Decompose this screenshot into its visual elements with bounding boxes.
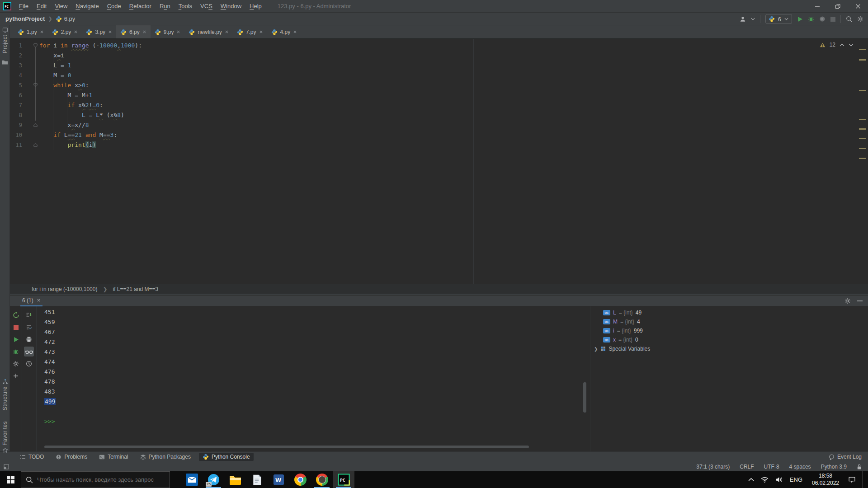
taskbar-app-chrome-profile[interactable] xyxy=(311,471,333,488)
run-button[interactable] xyxy=(797,16,803,22)
run-button[interactable] xyxy=(11,334,21,344)
close-icon[interactable] xyxy=(108,30,112,34)
console-output[interactable]: 451459467472473474476478483499>>> xyxy=(44,307,56,427)
menu-edit[interactable]: Edit xyxy=(33,0,51,13)
breadcrumb-file[interactable]: 6.py xyxy=(64,15,75,22)
start-button[interactable] xyxy=(0,471,21,488)
code-line[interactable]: L = L* (x%8) xyxy=(39,110,142,120)
code-line[interactable]: x=x//8 xyxy=(39,120,142,130)
indent-setting[interactable]: 4 spaces xyxy=(789,464,811,470)
editor-tab-3-py[interactable]: 3.py xyxy=(82,25,116,38)
sidebar-item-project[interactable]: Project xyxy=(0,27,10,55)
breadcrumb-item[interactable]: if L==21 and M==3 xyxy=(113,286,159,292)
restore-button[interactable] xyxy=(827,0,848,13)
menu-run[interactable]: Run xyxy=(156,0,175,13)
code-line[interactable]: M = M+1 xyxy=(39,90,142,100)
taskbar-app-mail-app[interactable] xyxy=(181,471,203,488)
taskbar-app-telegram[interactable]: 75 xyxy=(203,471,224,488)
history-button[interactable] xyxy=(24,359,34,369)
variable-row[interactable]: 01L= {int}49 xyxy=(590,308,650,317)
horizontal-scrollbar[interactable] xyxy=(44,446,529,448)
breadcrumb-project[interactable]: pythonProject xyxy=(5,15,45,22)
chevron-up-icon[interactable] xyxy=(840,43,844,47)
editor-tab-6-py[interactable]: 6.py xyxy=(116,25,151,38)
close-icon[interactable] xyxy=(37,298,41,302)
print-button[interactable] xyxy=(24,334,34,344)
inspection-widget[interactable]: 12 xyxy=(820,42,854,48)
clock[interactable]: 18:58 06.02.2022 xyxy=(809,473,842,487)
search-everywhere-icon[interactable] xyxy=(846,16,852,22)
variable-row[interactable]: 01x= {int}0 xyxy=(590,335,650,344)
volume-icon[interactable] xyxy=(775,477,783,483)
code-line[interactable]: if L==21 and M==3: xyxy=(39,130,142,140)
vertical-scrollbar[interactable] xyxy=(583,382,586,413)
line-ending[interactable]: CRLF xyxy=(740,464,754,470)
warning-stripe-mark[interactable] xyxy=(859,59,866,61)
settings-button[interactable] xyxy=(11,359,21,369)
variable-row[interactable]: 01i= {int}999 xyxy=(590,326,650,335)
tool-window-switcher-icon[interactable] xyxy=(4,464,9,469)
close-button[interactable] xyxy=(848,0,868,13)
show-variables-button[interactable] xyxy=(24,347,34,357)
settings-icon[interactable] xyxy=(857,16,863,22)
tool-window-button-todo[interactable]: TODO xyxy=(16,453,47,461)
run-config-selector[interactable]: 6 xyxy=(765,14,792,24)
close-icon[interactable] xyxy=(40,30,44,34)
search-input[interactable] xyxy=(37,476,165,483)
fold-start-icon[interactable] xyxy=(33,43,38,48)
menu-help[interactable]: Help xyxy=(245,0,266,13)
code-line[interactable]: x=i xyxy=(39,51,142,61)
file-encoding[interactable]: UTF-8 xyxy=(764,464,779,470)
hide-panel-icon[interactable] xyxy=(857,300,863,302)
code-line[interactable]: print(i) xyxy=(39,140,142,150)
event-log-button[interactable]: Event Log xyxy=(829,454,862,460)
menu-window[interactable]: Window xyxy=(217,0,245,13)
warning-stripe-mark[interactable] xyxy=(859,90,866,91)
chevron-down-icon[interactable] xyxy=(849,43,854,47)
warning-stripe-mark[interactable] xyxy=(859,119,866,120)
minimize-button[interactable] xyxy=(807,0,827,13)
console-prompt[interactable]: >>> xyxy=(44,417,56,427)
soft-wrap-button[interactable] xyxy=(24,322,34,332)
menu-refactor[interactable]: Refactor xyxy=(125,0,156,13)
console-tab[interactable]: 6 (1) xyxy=(20,296,42,306)
editor-tab-4-py[interactable]: 4.py xyxy=(267,25,302,38)
code-line[interactable]: M = 0 xyxy=(39,70,142,80)
editor-tab-1-py[interactable]: 1.py xyxy=(14,25,48,38)
close-icon[interactable] xyxy=(259,30,263,34)
scroll-to-end-button[interactable] xyxy=(24,310,34,320)
editor-tab-2-py[interactable]: 2.py xyxy=(48,25,82,38)
menu-navigate[interactable]: Navigate xyxy=(71,0,103,13)
taskbar-app-notes-app[interactable] xyxy=(246,471,268,488)
tool-window-button-python-console[interactable]: Python Console xyxy=(199,453,254,461)
fold-start-icon[interactable] xyxy=(33,83,38,88)
wifi-icon[interactable] xyxy=(761,477,769,483)
show-desktop-button[interactable] xyxy=(862,471,864,488)
chevron-right-icon[interactable]: ❯ xyxy=(594,347,598,352)
fold-end-icon[interactable] xyxy=(33,122,38,127)
close-icon[interactable] xyxy=(176,30,180,34)
editor-tab-9-py[interactable]: 9.py xyxy=(151,25,185,38)
taskbar-app-word[interactable]: W xyxy=(268,471,289,488)
menu-view[interactable]: View xyxy=(51,0,71,13)
menu-code[interactable]: Code xyxy=(103,0,125,13)
close-icon[interactable] xyxy=(293,30,297,34)
code-line[interactable]: if x%2!=0: xyxy=(39,100,142,110)
tool-window-button-terminal[interactable]: Terminal xyxy=(95,453,132,461)
tool-window-button-problems[interactable]: Problems xyxy=(52,453,91,461)
caret-position[interactable]: 37:1 (3 chars) xyxy=(696,464,730,470)
console-settings-icon[interactable] xyxy=(844,298,851,304)
editor-tab-newfile-py[interactable]: newfile.py xyxy=(184,25,232,38)
coverage-button[interactable] xyxy=(819,16,826,22)
close-icon[interactable] xyxy=(225,30,229,34)
warning-stripe-mark[interactable] xyxy=(859,138,866,139)
menu-vcs[interactable]: VCS xyxy=(196,0,217,13)
python-interpreter[interactable]: Python 3.9 xyxy=(821,464,847,470)
warning-stripe-mark[interactable] xyxy=(859,128,866,130)
code-line[interactable]: L = 1 xyxy=(39,61,142,70)
sidebar-item-favorites[interactable]: Favorites xyxy=(0,419,10,453)
breadcrumb-item[interactable]: for i in range (-10000,1000) xyxy=(32,286,97,292)
debug-button[interactable] xyxy=(808,16,814,22)
user-icon[interactable] xyxy=(740,16,746,22)
menu-tools[interactable]: Tools xyxy=(175,0,196,13)
